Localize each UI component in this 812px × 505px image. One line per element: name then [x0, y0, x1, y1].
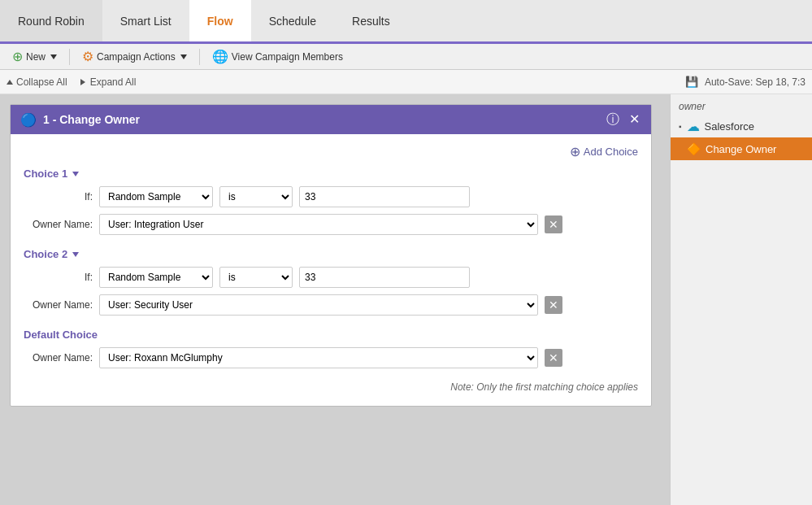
note-row: Note: Only the first matching choice app…: [24, 381, 638, 393]
step-card-header: 🔵 1 - Change Owner ⓘ ✕: [11, 105, 651, 134]
choice-1-if-row: If: Random Sample is: [24, 186, 638, 207]
choice-1-value-input[interactable]: [299, 186, 470, 207]
action-bar: Collapse All Expand All 💾 Auto-Save: Sep…: [0, 70, 812, 94]
campaign-actions-icon: ⚙: [82, 49, 93, 64]
new-icon: ⊕: [12, 49, 23, 64]
step-card: 🔵 1 - Change Owner ⓘ ✕ ⊕ Add Choice: [10, 104, 652, 407]
collapse-icon: [7, 80, 13, 85]
choice-2-if-row: If: Random Sample is: [24, 267, 638, 288]
tab-flow[interactable]: Flow: [189, 0, 251, 41]
default-choice-label: Default Choice: [24, 329, 638, 341]
step-icon: 🔵: [20, 112, 37, 128]
sidebar-item-change-owner[interactable]: 🔶 Change Owner: [671, 137, 812, 160]
step-close-button[interactable]: ✕: [627, 111, 641, 128]
view-members-icon: 🌐: [212, 49, 228, 64]
add-choice-button[interactable]: ⊕ Add Choice: [570, 144, 638, 159]
default-owner-select[interactable]: User: Roxann McGlumphy: [99, 347, 538, 368]
step-card-body: ⊕ Add Choice Choice 1 If: Random Sample: [11, 134, 651, 406]
tab-schedule[interactable]: Schedule: [251, 0, 334, 41]
choice-2-delete-button[interactable]: ✕: [545, 296, 562, 314]
choice-2-owner-select[interactable]: User: Security User: [99, 294, 538, 316]
choice-2-value-input[interactable]: [299, 267, 470, 288]
choice-2-operator-select[interactable]: is: [219, 267, 293, 288]
view-members-button[interactable]: 🌐 View Campaign Members: [205, 46, 350, 67]
top-nav: Round Robin Smart List Flow Schedule Res…: [0, 0, 812, 44]
collapse-category-icon: ▪: [679, 122, 682, 131]
step-title: 1 - Change Owner: [43, 113, 140, 126]
salesforce-icon: ☁: [687, 119, 700, 134]
new-dropdown-icon: [50, 54, 57, 59]
choice-1-dropdown-icon: [72, 172, 79, 176]
choice-1-section: Choice 1 If: Random Sample is: [24, 168, 638, 235]
campaign-actions-dropdown-icon: [180, 54, 187, 59]
choice-2-field-select[interactable]: Random Sample: [99, 267, 213, 288]
choice-1-label: Choice 1: [24, 168, 638, 180]
collapse-all-button[interactable]: Collapse All: [7, 76, 67, 88]
separator-1: [69, 49, 70, 65]
right-sidebar: owner ▪ ☁ Salesforce 🔶 Change Owner: [670, 94, 812, 505]
expand-all-button[interactable]: Expand All: [80, 76, 137, 88]
add-choice-icon: ⊕: [570, 144, 580, 159]
choice-1-owner-select[interactable]: User: Integration User: [99, 214, 538, 235]
change-owner-icon: 🔶: [687, 142, 701, 155]
choice-1-field-select[interactable]: Random Sample: [99, 186, 213, 207]
sidebar-category: ▪ ☁ Salesforce: [671, 115, 812, 137]
default-choice-delete-button[interactable]: ✕: [545, 349, 562, 367]
campaign-actions-button[interactable]: ⚙ Campaign Actions: [75, 46, 194, 67]
expand-icon: [80, 79, 85, 85]
sidebar-section-label: owner: [671, 94, 812, 115]
note-text: Note: Only the first matching choice app…: [450, 381, 638, 393]
choice-1-operator-select[interactable]: is: [219, 186, 293, 207]
choice-2-section: Choice 2 If: Random Sample is: [24, 248, 638, 316]
autosave-indicator: 💾 Auto-Save: Sep 18, 7:3: [685, 76, 805, 88]
choice-2-dropdown-icon: [72, 252, 79, 257]
tab-smart-list[interactable]: Smart List: [102, 0, 189, 41]
separator-2: [199, 49, 200, 65]
canvas[interactable]: 🔵 1 - Change Owner ⓘ ✕ ⊕ Add Choice: [0, 94, 670, 505]
tab-results[interactable]: Results: [334, 0, 408, 41]
choice-1-delete-button[interactable]: ✕: [545, 215, 562, 233]
choice-2-owner-row: Owner Name: User: Security User ✕: [24, 294, 638, 316]
step-info-button[interactable]: ⓘ: [605, 111, 621, 128]
main-content: 🔵 1 - Change Owner ⓘ ✕ ⊕ Add Choice: [0, 94, 812, 505]
default-choice-owner-row: Owner Name: User: Roxann McGlumphy ✕: [24, 347, 638, 368]
choice-2-label: Choice 2: [24, 248, 638, 260]
tab-round-robin[interactable]: Round Robin: [0, 0, 102, 41]
new-button[interactable]: ⊕ New: [5, 46, 64, 67]
choice-1-owner-row: Owner Name: User: Integration User ✕: [24, 214, 638, 235]
add-choice-row: ⊕ Add Choice: [24, 144, 638, 159]
toolbar: ⊕ New ⚙ Campaign Actions 🌐 View Campaign…: [0, 44, 812, 70]
default-choice-section: Default Choice Owner Name: User: Roxann …: [24, 329, 638, 368]
